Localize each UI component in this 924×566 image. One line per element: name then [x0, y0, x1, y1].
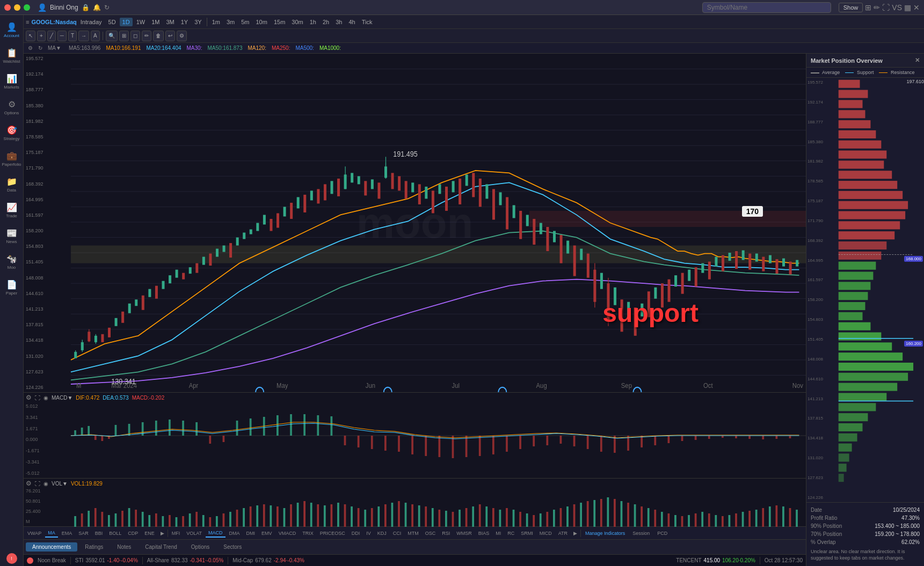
ind-volat[interactable]: VOLAT	[184, 530, 205, 537]
period-intraday[interactable]: Intraday	[78, 18, 105, 26]
tf-10m[interactable]: 10m	[253, 18, 270, 26]
ind-atr[interactable]: ATR	[556, 530, 570, 537]
sidebar-item-portfolio[interactable]: 💼 Paperfolio	[1, 146, 23, 172]
tab-ratings[interactable]: Ratings	[78, 542, 110, 552]
ind-osc[interactable]: OSC	[423, 530, 439, 537]
ind-wmsr[interactable]: WMSR	[454, 530, 475, 537]
tf-3h[interactable]: 3h	[333, 18, 345, 26]
ind-vmacd[interactable]: VMACD	[276, 530, 299, 537]
ind-ddi[interactable]: DDI	[349, 530, 363, 537]
maximize-button[interactable]	[24, 4, 30, 11]
arrow-tool[interactable]: →	[78, 31, 89, 41]
ind-macd[interactable]: MACD	[206, 529, 225, 538]
macd-label[interactable]: MACD▼	[52, 395, 72, 401]
compare-icon[interactable]: VS	[892, 3, 902, 12]
symbol-search-input[interactable]	[702, 2, 831, 13]
sidebar-item-trade[interactable]: 📈 Trade	[1, 197, 23, 223]
volume-chart[interactable]: ⚙ ⛶ ◉ VOL▼ VOL1:19.829 76.201 50.801 25.…	[24, 478, 806, 526]
tencent-item[interactable]: TENCENT 415.00 106.20·0.20%	[676, 557, 755, 563]
tf-30m[interactable]: 30m	[289, 18, 305, 26]
line-tool[interactable]: ╱	[47, 31, 56, 41]
ind-dma[interactable]: DMA	[227, 530, 243, 537]
ind-srmi[interactable]: SRMI	[518, 530, 536, 537]
tab-announcements[interactable]: Announcements	[26, 542, 77, 552]
market-position-histogram[interactable]: 195.572 192.174 188.777 185.380 181.982 …	[806, 78, 924, 502]
ind-emv[interactable]: EMV	[259, 530, 275, 537]
show-button[interactable]: Show	[839, 3, 863, 12]
tf-2h[interactable]: 2h	[320, 18, 332, 26]
ind-sar[interactable]: SAR	[76, 530, 91, 537]
font-tool[interactable]: A	[91, 31, 100, 41]
macd-chart[interactable]: ⚙ ⛶ ◉ MACD▼ DIF:0.472 DEA:0.573 MACD:-0.…	[24, 392, 806, 478]
notification-badge[interactable]: !	[6, 553, 17, 564]
sidebar-item-watchlist[interactable]: 📋 Watchlist	[1, 43, 23, 69]
macd-expand-icon[interactable]: ⛶	[35, 395, 40, 401]
panel-close-icon[interactable]: ✕	[915, 57, 920, 64]
pencil-draw-tool[interactable]: ✏	[142, 31, 151, 41]
ind-ma[interactable]: MA	[45, 529, 58, 538]
ind-micd[interactable]: MICD	[537, 530, 555, 537]
undo-tool[interactable]: ↩	[165, 31, 175, 41]
tab-capital-trend[interactable]: Capital Trend	[139, 542, 183, 552]
ind-bbi[interactable]: BBI	[92, 530, 106, 537]
ind-rc[interactable]: RC	[505, 530, 517, 537]
more-icon[interactable]: ▦	[904, 3, 911, 12]
tf-1m[interactable]: 1m	[209, 18, 223, 26]
ind-ene[interactable]: ENE	[142, 530, 157, 537]
expand-icon[interactable]: ⛶	[882, 3, 890, 12]
ind-priceosc[interactable]: PRICEOSC	[317, 530, 348, 537]
tf-5m[interactable]: 5m	[238, 18, 252, 26]
period-3y[interactable]: 3Y	[192, 18, 204, 26]
eraser-tool[interactable]: ◻	[130, 31, 140, 41]
macd-gear-icon[interactable]: ⚙	[26, 394, 32, 401]
settings-tool[interactable]: ⚙	[177, 31, 187, 41]
zoom-tool[interactable]: 🔍	[106, 31, 118, 41]
vol-gear-icon[interactable]: ⚙	[26, 480, 32, 487]
manage-indicators-btn[interactable]: Manage Indicators	[582, 530, 628, 537]
sidebar-item-options[interactable]: ⚙ Options	[1, 94, 23, 120]
sidebar-item-data[interactable]: 📁 Data	[1, 172, 23, 197]
close-button[interactable]	[4, 4, 11, 11]
main-candlestick-chart[interactable]: moon 195.572 192.174 188.777 185.380 181…	[24, 54, 806, 392]
tf-1h[interactable]: 1h	[307, 18, 319, 26]
ind-more2[interactable]: ▶	[571, 530, 579, 537]
period-1y[interactable]: 1Y	[178, 18, 191, 26]
ind-cdp[interactable]: CDP	[125, 530, 141, 537]
chart-area[interactable]: moon 195.572 192.174 188.777 185.380 181…	[24, 54, 806, 566]
ind-dmi[interactable]: DMI	[244, 530, 258, 537]
vol-label[interactable]: VOL▼	[52, 481, 68, 487]
ind-cci[interactable]: CCI	[390, 530, 404, 537]
minimize-button[interactable]	[14, 4, 20, 11]
measure-tool[interactable]: ⊞	[119, 31, 129, 41]
ind-mfi[interactable]: MFI	[169, 530, 183, 537]
vol-expand-icon[interactable]: ⛶	[35, 481, 40, 487]
sidebar-item-news[interactable]: 📰 News	[1, 223, 23, 249]
tab-options[interactable]: Options	[185, 542, 216, 552]
ind-mi[interactable]: MI	[493, 530, 504, 537]
pencil-icon[interactable]: ✏	[874, 3, 880, 12]
crosshair-tool[interactable]: +	[37, 31, 46, 41]
sidebar-item-strategy[interactable]: 🎯 Strategy	[1, 120, 23, 146]
tf-tick[interactable]: Tick	[359, 18, 375, 26]
sidebar-item-markets[interactable]: 📊 Markets	[1, 69, 23, 94]
text-tool[interactable]: T	[68, 31, 77, 41]
session-btn[interactable]: Session	[629, 530, 653, 537]
period-3m[interactable]: 3M	[163, 18, 177, 26]
delete-tool[interactable]: 🗑	[153, 31, 164, 41]
ind-vwap[interactable]: VWAP	[25, 530, 44, 537]
hline-tool[interactable]: ─	[57, 31, 67, 41]
sidebar-item-moo[interactable]: 🐄 Moo	[1, 249, 23, 275]
ind-trix[interactable]: TRIX	[300, 530, 316, 537]
settings-small-btn[interactable]: ⚙	[28, 45, 33, 51]
ind-more1[interactable]: ▶	[158, 530, 166, 537]
indicator-tab-row[interactable]: VWAP MA EMA SAR BBI BOLL CDP ENE ▶ MFI V…	[24, 526, 806, 539]
period-1w[interactable]: 1W	[134, 18, 148, 26]
cursor-tool[interactable]: ↖	[26, 31, 35, 41]
period-1m[interactable]: 1M	[149, 18, 162, 26]
ind-rsi[interactable]: RSI	[439, 530, 453, 537]
sync-btn[interactable]: ↻	[38, 45, 42, 51]
ind-bias[interactable]: BIAS	[476, 530, 492, 537]
ind-iv[interactable]: IV	[363, 530, 374, 537]
close-icon[interactable]: ✕	[913, 3, 920, 12]
tf-15m[interactable]: 15m	[271, 18, 288, 26]
